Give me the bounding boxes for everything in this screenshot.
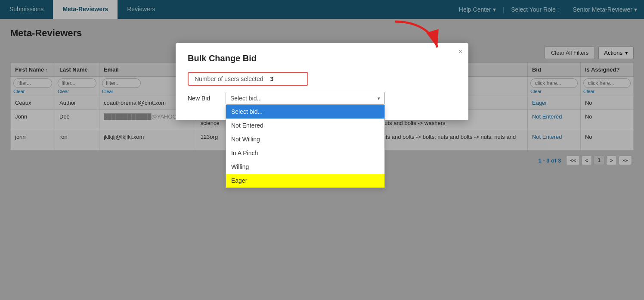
- dropdown-item-not-entered[interactable]: Not Entered: [226, 119, 384, 132]
- bid-select-value: Select bid...: [230, 95, 378, 102]
- modal-close-button[interactable]: ×: [458, 48, 462, 55]
- dropdown-item-eager[interactable]: Eager: [226, 174, 384, 188]
- users-selected-row: Number of users selected 3: [188, 72, 456, 86]
- users-selected-box: Number of users selected 3: [188, 72, 308, 86]
- users-selected-count: 3: [270, 75, 274, 82]
- modal-title: Bulk Change Bid: [188, 53, 456, 63]
- new-bid-row: New Bid Select bid... ▾ Select bid... No…: [188, 92, 456, 105]
- dropdown-item-not-willing[interactable]: Not Willing: [226, 132, 384, 146]
- bid-select-wrapper: Select bid... ▾ Select bid... Not Entere…: [226, 92, 385, 105]
- dropdown-item-in-a-pinch[interactable]: In A Pinch: [226, 146, 384, 160]
- chevron-down-icon: ▾: [378, 96, 380, 101]
- bid-dropdown-menu: Select bid... Not Entered Not Willing In…: [226, 105, 385, 188]
- dropdown-item-select-bid[interactable]: Select bid...: [226, 105, 384, 119]
- dropdown-item-willing[interactable]: Willing: [226, 160, 384, 174]
- bid-select-display[interactable]: Select bid... ▾: [226, 92, 385, 105]
- modal-overlay: Bulk Change Bid × Number of users select…: [0, 0, 644, 300]
- bulk-change-bid-modal: Bulk Change Bid × Number of users select…: [176, 43, 468, 120]
- page-content: Meta-Reviewers Clear All Filters Actions…: [0, 19, 644, 300]
- users-selected-label: Number of users selected: [195, 75, 263, 82]
- new-bid-label: New Bid: [188, 95, 219, 102]
